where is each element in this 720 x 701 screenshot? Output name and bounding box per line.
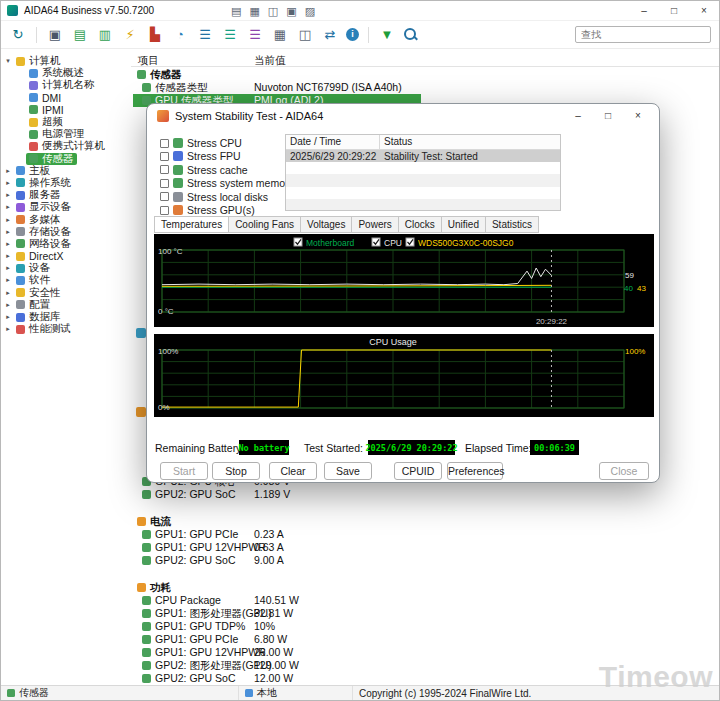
titlebar[interactable]: AIDA64 Business v7.50.7200 ▤▦◫▣▨ –□× <box>1 1 719 21</box>
tree-expand-arrow[interactable]: ▸ <box>3 252 13 260</box>
sidebar-item-benchmark[interactable]: ▸性能测试 <box>1 323 131 335</box>
tree-expand-arrow[interactable]: ▸ <box>3 276 13 284</box>
tree-expand-arrow[interactable]: ▸ <box>3 191 13 199</box>
sensor-item-row[interactable]: GPU2: GPU SoC1.189 V <box>131 488 719 501</box>
storage-icon <box>16 227 25 236</box>
sidebar-item-content: 便携式计算机 <box>26 140 108 152</box>
maximize-button[interactable]: □ <box>659 1 689 21</box>
column-header-value[interactable]: 当前值 <box>254 54 286 68</box>
refresh-icon[interactable]: ↻ <box>9 26 27 44</box>
toolbar-icons: ↻▣▤▥⚡▙◔☰☰☰▦◫⇄i▼ <box>1 26 418 44</box>
close-button[interactable]: × <box>689 1 719 21</box>
computer-icon <box>16 57 25 66</box>
sidebar-item-label: DMI <box>42 92 61 104</box>
sidebar-item-software[interactable]: ▸软件 <box>1 274 131 286</box>
sensor-item-icon <box>142 556 151 565</box>
save-button[interactable]: Save <box>324 462 372 480</box>
portable-computer-icon <box>29 142 38 151</box>
cpuid-button[interactable]: CPUID <box>394 462 442 480</box>
toolbar-separator <box>368 27 369 43</box>
lightning-icon[interactable]: ⚡ <box>121 26 139 44</box>
clear-button[interactable]: Clear <box>269 462 317 480</box>
tree-expand-arrow[interactable]: ▸ <box>3 301 13 309</box>
tree-expand-arrow[interactable]: ▸ <box>3 289 13 297</box>
window-icon[interactable]: ▣ <box>286 6 296 17</box>
devices-icon <box>16 264 25 273</box>
close-button[interactable]: Close <box>599 462 649 480</box>
sensor-item-row[interactable]: GPU1: GPU PCIe0.23 A <box>131 528 719 541</box>
sidebar-item-network[interactable]: ▸网络设备 <box>1 238 131 250</box>
overclock-icon <box>29 118 38 127</box>
report-icon[interactable]: ▤ <box>231 6 241 17</box>
tree-expand-arrow[interactable]: ▸ <box>3 216 13 224</box>
sidebar-item-directx[interactable]: ▸DirectX <box>1 250 131 262</box>
tree-expand-arrow[interactable]: ▸ <box>3 240 13 248</box>
sidebar-item-devices[interactable]: ▸设备 <box>1 262 131 274</box>
motherboard-icon <box>16 166 25 175</box>
report-icon[interactable]: ▤ <box>71 26 89 44</box>
sensor-item-row[interactable]: GPU1: GPU 12VHPWR26.00 W <box>131 646 719 659</box>
tree-expand-arrow[interactable]: ▸ <box>3 313 13 321</box>
tree-expand-arrow[interactable]: ▸ <box>3 203 13 211</box>
sidebar-item-sensor[interactable]: 传感器 <box>1 153 131 165</box>
sensor-item-row[interactable]: GPU1: GPU 12VHPWR0.63 A <box>131 541 719 554</box>
sensor-item-row[interactable]: GPU1: GPU PCIe6.80 W <box>131 633 719 646</box>
copy-icon[interactable]: ◫ <box>268 6 278 17</box>
tree-expand-arrow[interactable]: ▸ <box>3 264 13 272</box>
tree-expand-arrow[interactable]: ▸ <box>3 167 13 175</box>
power-management-icon <box>29 130 38 139</box>
row-value: 9.00 A <box>254 554 284 566</box>
start-button[interactable]: Start <box>160 462 208 480</box>
sidebar-item-content: 安全性 <box>13 287 64 299</box>
report-wizard-icon[interactable]: ▥ <box>96 26 114 44</box>
search-icon[interactable] <box>403 27 418 42</box>
tree-expand-arrow[interactable]: ▸ <box>3 179 13 187</box>
database-icon[interactable]: ☰ <box>196 26 214 44</box>
sensor-item-row[interactable]: GPU2: GPU SoC9.00 A <box>131 554 719 567</box>
preferences-button[interactable]: Preferences <box>447 462 503 480</box>
column-header-item[interactable]: 项目 <box>138 54 159 68</box>
gauge-icon[interactable]: ◔ <box>171 26 189 44</box>
info-icon[interactable]: i <box>346 28 359 41</box>
statusbar-source-pane: 本地 <box>239 686 353 700</box>
layout-icon[interactable]: ▨ <box>305 6 315 17</box>
transfer-icon[interactable]: ⇄ <box>321 26 339 44</box>
sensor-item-row[interactable]: 传感器类型Nuvoton NCT6799D (ISA A40h) <box>131 81 719 94</box>
sidebar-item-ipmi[interactable]: IPMI <box>1 104 131 116</box>
sensor-section-row[interactable]: 功耗 <box>131 581 719 594</box>
sensor-section-row[interactable]: 传感器 <box>131 68 719 81</box>
search-input[interactable] <box>575 26 711 43</box>
sensor-section-row[interactable]: 电流 <box>131 515 719 528</box>
power-icon <box>137 583 146 592</box>
chart-icon[interactable]: ▙ <box>146 26 164 44</box>
database-sync-icon[interactable]: ☰ <box>246 26 264 44</box>
minimize-button[interactable]: – <box>629 1 659 21</box>
panel-icon[interactable]: ▣ <box>46 26 64 44</box>
tree-expand-arrow[interactable]: ▸ <box>3 228 13 236</box>
tree-expand-arrow[interactable]: ▸ <box>3 325 13 333</box>
tree-expand-arrow[interactable]: ▾ <box>3 57 13 65</box>
sidebar-item-content: 主板 <box>13 165 53 177</box>
sidebar-item-security[interactable]: ▸安全性 <box>1 287 131 299</box>
download-icon[interactable]: ▼ <box>378 26 396 44</box>
sidebar-item-label: DirectX <box>29 250 63 262</box>
sidebar-item-operating-system[interactable]: ▸操作系统 <box>1 177 131 189</box>
statusbar-copyright: Copyright (c) 1995-2024 FinalWire Ltd. <box>359 688 531 699</box>
sensor-item-row[interactable]: GPU1: 图形处理器(GPU)32.81 W <box>131 607 719 620</box>
printer-icon[interactable]: ▦ <box>271 26 289 44</box>
sidebar-item-display[interactable]: ▸显示设备 <box>1 201 131 213</box>
sidebar-item-content: 性能测试 <box>13 323 74 335</box>
print-icon[interactable]: ▦ <box>249 6 259 17</box>
database-manage-icon[interactable]: ☰ <box>221 26 239 44</box>
screenshot-icon[interactable]: ◫ <box>296 26 314 44</box>
statusbar-source: 本地 <box>257 686 277 700</box>
row-label: 传感器 <box>150 68 182 82</box>
sensor-item-row[interactable]: GPU1: GPU TDP%10% <box>131 620 719 633</box>
sensor-item-icon <box>142 674 151 683</box>
sidebar-item-dmi[interactable]: DMI <box>1 92 131 104</box>
stop-button[interactable]: Stop <box>212 462 260 480</box>
sensor-item-row[interactable]: CPU Package140.51 W <box>131 594 719 607</box>
sidebar-item-computer-name[interactable]: 计算机名称 <box>1 79 131 91</box>
sensor-icon <box>7 689 15 697</box>
sidebar-item-config[interactable]: ▸配置 <box>1 299 131 311</box>
